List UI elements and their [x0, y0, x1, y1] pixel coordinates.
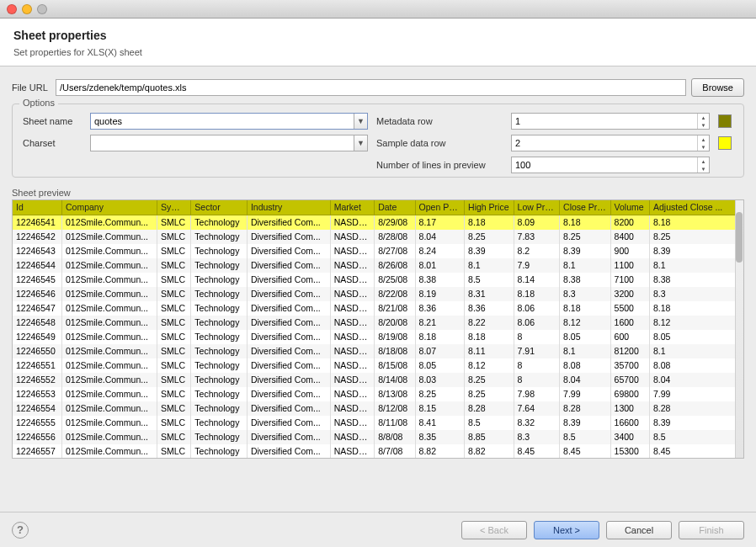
chevron-down-icon[interactable]: ▼: [354, 135, 367, 151]
column-header[interactable]: Adjusted Close ...: [649, 200, 743, 215]
charset-input[interactable]: [91, 135, 354, 151]
spinner-down-icon[interactable]: ▼: [698, 143, 709, 151]
table-row[interactable]: 12246552012Smile.Commun...SMLCTechnology…: [13, 373, 743, 387]
table-cell: 8.18: [560, 215, 611, 231]
table-cell: 12246554: [13, 401, 62, 416]
minimize-icon[interactable]: [22, 4, 32, 14]
table-cell: 8/8/08: [375, 430, 415, 444]
finish-button[interactable]: Finish: [679, 521, 744, 539]
close-icon[interactable]: [7, 4, 17, 14]
table-cell: 8.03: [415, 373, 465, 387]
table-cell: 7.83: [514, 230, 559, 244]
table-cell: Technology: [191, 230, 248, 244]
sheet-name-input[interactable]: [91, 114, 354, 129]
options-group: Options Sheet name ▼ Metadata row ▲▼ Cha…: [12, 104, 744, 178]
table-row[interactable]: 12246547012Smile.Commun...SMLCTechnology…: [13, 301, 743, 316]
column-header[interactable]: Close Price: [560, 200, 611, 215]
table-cell: 8/27/08: [375, 244, 415, 258]
sample-data-row-spinner[interactable]: ▲▼: [511, 135, 710, 151]
file-url-input[interactable]: [56, 79, 686, 96]
table-row[interactable]: 12246556012Smile.Commun...SMLCTechnology…: [13, 430, 743, 444]
table-cell: 8.18: [560, 301, 611, 316]
table-row[interactable]: 12246550012Smile.Commun...SMLCTechnology…: [13, 344, 743, 358]
table-cell: 12246555: [13, 416, 62, 430]
table-cell: SMLC: [157, 387, 190, 401]
column-header[interactable]: Date: [375, 200, 415, 215]
spinner-up-icon[interactable]: ▲: [698, 114, 709, 121]
table-row[interactable]: 12246544012Smile.Commun...SMLCTechnology…: [13, 258, 743, 273]
browse-button[interactable]: Browse: [691, 78, 744, 97]
table-row[interactable]: 12246551012Smile.Commun...SMLCTechnology…: [13, 358, 743, 373]
table-cell: 012Smile.Commun...: [62, 215, 157, 231]
table-cell: 8: [514, 330, 559, 344]
sample-color-swatch[interactable]: [718, 136, 732, 150]
table-cell: 1100: [610, 258, 649, 273]
back-button[interactable]: < Back: [461, 521, 527, 539]
titlebar: [0, 0, 756, 19]
table-cell: Technology: [191, 358, 248, 373]
next-button[interactable]: Next >: [534, 521, 599, 539]
table-cell: Diversified Com...: [247, 258, 330, 273]
table-cell: SMLC: [157, 344, 190, 358]
sheet-preview-table[interactable]: IdCompanySymbolSectorIndustryMarketDateO…: [12, 199, 744, 459]
lines-preview-input[interactable]: [512, 157, 697, 173]
cancel-button[interactable]: Cancel: [606, 521, 672, 539]
table-row[interactable]: 12246554012Smile.Commun...SMLCTechnology…: [13, 401, 743, 416]
scrollbar[interactable]: [735, 200, 743, 458]
metadata-row-input[interactable]: [512, 114, 697, 129]
column-header[interactable]: Open Price: [415, 200, 465, 215]
table-cell: 8/15/08: [375, 358, 415, 373]
table-row[interactable]: 12246549012Smile.Commun...SMLCTechnology…: [13, 330, 743, 344]
lines-preview-spinner[interactable]: ▲▼: [511, 157, 710, 173]
column-header[interactable]: Symbol: [157, 200, 190, 215]
table-row[interactable]: 12246553012Smile.Commun...SMLCTechnology…: [13, 387, 743, 401]
table-cell: 8200: [610, 215, 649, 231]
scroll-thumb[interactable]: [736, 212, 743, 263]
table-cell: NASDAQ: [330, 444, 374, 459]
table-cell: NASDAQ: [330, 230, 374, 244]
table-row[interactable]: 12246543012Smile.Commun...SMLCTechnology…: [13, 244, 743, 258]
table-row[interactable]: 12246541012Smile.Commun...SMLCTechnology…: [13, 215, 743, 231]
column-header[interactable]: Id: [13, 200, 62, 215]
table-row[interactable]: 12246546012Smile.Commun...SMLCTechnology…: [13, 287, 743, 301]
metadata-color-swatch[interactable]: [718, 114, 732, 128]
help-icon[interactable]: ?: [12, 522, 29, 539]
table-cell: 600: [610, 330, 649, 344]
table-cell: 1600: [610, 316, 649, 330]
table-row[interactable]: 12246545012Smile.Commun...SMLCTechnology…: [13, 273, 743, 287]
column-header[interactable]: Sector: [191, 200, 248, 215]
table-cell: SMLC: [157, 316, 190, 330]
column-header[interactable]: Volume: [610, 200, 649, 215]
table-cell: 8.12: [465, 358, 514, 373]
column-header[interactable]: High Price: [465, 200, 514, 215]
table-cell: 8.39: [649, 244, 743, 258]
zoom-icon[interactable]: [37, 4, 47, 14]
sample-data-row-input[interactable]: [512, 135, 697, 151]
spinner-up-icon[interactable]: ▲: [698, 157, 709, 165]
table-cell: 8.3: [560, 287, 611, 301]
spinner-down-icon[interactable]: ▼: [698, 165, 709, 173]
table-row[interactable]: 12246548012Smile.Commun...SMLCTechnology…: [13, 316, 743, 330]
column-header[interactable]: Company: [62, 200, 157, 215]
charset-combo[interactable]: ▼: [90, 135, 368, 151]
column-header[interactable]: Industry: [247, 200, 330, 215]
column-header[interactable]: Low Price: [514, 200, 559, 215]
table-row[interactable]: 12246557012Smile.Commun...SMLCTechnology…: [13, 444, 743, 459]
metadata-row-spinner[interactable]: ▲▼: [511, 113, 710, 130]
table-cell: 8.45: [560, 444, 611, 459]
chevron-down-icon[interactable]: ▼: [354, 114, 367, 129]
table-cell: 7.99: [560, 387, 611, 401]
table-row[interactable]: 12246555012Smile.Commun...SMLCTechnology…: [13, 416, 743, 430]
table-cell: 8.12: [649, 316, 743, 330]
table-cell: 15300: [610, 444, 649, 459]
table-cell: 8/19/08: [375, 330, 415, 344]
table-cell: Diversified Com...: [247, 401, 330, 416]
spinner-up-icon[interactable]: ▲: [698, 135, 709, 143]
spinner-down-icon[interactable]: ▼: [698, 121, 709, 129]
table-row[interactable]: 12246542012Smile.Commun...SMLCTechnology…: [13, 230, 743, 244]
sheet-name-combo[interactable]: ▼: [90, 113, 368, 130]
table-cell: Diversified Com...: [247, 373, 330, 387]
column-header[interactable]: Market: [330, 200, 374, 215]
table-cell: SMLC: [157, 258, 190, 273]
table-cell: Technology: [191, 258, 248, 273]
